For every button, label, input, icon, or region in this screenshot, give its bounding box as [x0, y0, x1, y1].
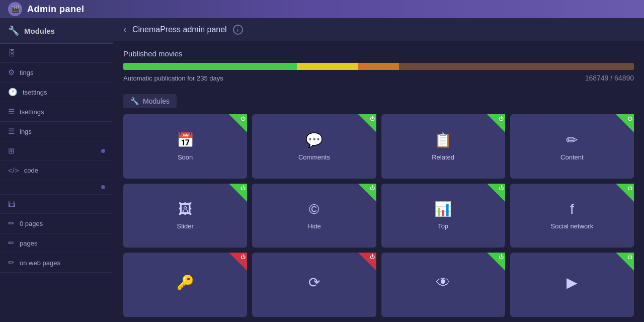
module-card-eye[interactable]: ⏻ 👁 [381, 253, 505, 317]
power-icon-related: ⏻ [499, 116, 504, 121]
sidebar-label-code: code [24, 167, 38, 174]
modules-tag: 🔧 Modules [123, 94, 177, 108]
admin-panel-title: CinemaPress admin panel [132, 25, 227, 34]
module-icon-comments: 💬 [305, 132, 323, 148]
sidebar-item-film[interactable]: 🎞 [0, 195, 113, 214]
module-card-key[interactable]: ⏻ 🔑 [123, 253, 247, 317]
sidebar-item-pages2[interactable]: ✏ pages [0, 233, 113, 253]
modules-header: 🔧 Modules [113, 90, 644, 112]
sidebar-label-web: on web pages [20, 259, 60, 267]
code-icon: </> [8, 166, 19, 175]
module-icon-soon: 📅 [177, 132, 194, 148]
app-title: Admin panel [27, 4, 85, 15]
power-icon-arrow: ⏻ [627, 254, 632, 260]
module-icon-hide: © [309, 201, 319, 217]
module-card-soon[interactable]: ⏻ 📅 Soon [123, 114, 247, 179]
module-icon-eye: 👁 [436, 274, 450, 291]
edit-icon-pages2: ✏ [8, 238, 15, 248]
module-card-top[interactable]: ⏻ 📊 Top [381, 184, 505, 248]
sidebar-header: 🔧 Modules [0, 18, 113, 44]
module-label-related: Related [432, 153, 454, 161]
auto-pub-text: Automatic publication for 235 days [123, 74, 223, 82]
module-label-comments: Comments [298, 153, 330, 161]
module-label-hide: Hide [307, 222, 321, 230]
database-icon: 🗄 [8, 49, 16, 57]
module-icon-content: ✏ [566, 132, 578, 148]
power-icon-history: ⏻ [370, 254, 375, 260]
module-card-comments[interactable]: ⏻ 💬 Comments [252, 114, 376, 179]
sidebar-item-time-settings[interactable]: 🕐 tsettings [0, 83, 113, 102]
module-card-arrow[interactable]: ⏻ ▶ [510, 253, 634, 317]
module-card-history[interactable]: ⏻ ⟳ [252, 253, 376, 317]
clock-icon: 🕐 [8, 88, 18, 97]
power-icon-eye: ⏻ [499, 254, 504, 260]
module-icon-related: 📋 [434, 132, 452, 148]
edit-icon-pages1: ✏ [8, 219, 15, 228]
sidebar-label-time: tsettings [23, 89, 47, 96]
modules-grid: ⏻ 📅 Soon ⏻ 💬 Comments ⏻ 📋 Related ⏻ ✏ Co… [113, 112, 644, 322]
film-icon: 🎞 [8, 200, 16, 208]
modules-wrench-icon: 🔧 [130, 97, 139, 105]
sidebar-item-pages1[interactable]: ✏ 0 pages [0, 214, 113, 233]
list-icon: ☰ [8, 107, 15, 116]
module-icon-history: ⟳ [308, 274, 320, 291]
progress-yellow [297, 63, 358, 70]
main-layout: 🔧 Modules 🗄 ⚙ tings 🕐 tsettings ☰ [0, 18, 644, 322]
module-card-slider[interactable]: ⏻ 🖼 Slider [123, 184, 247, 248]
sidebar-label-list: tsettings [20, 108, 44, 116]
module-card-related[interactable]: ⏻ 📋 Related [381, 114, 505, 179]
sidebar-title: Modules [24, 27, 55, 35]
module-label-soon: Soon [178, 153, 193, 161]
admin-header: ‹ CinemaPress admin panel i [113, 18, 644, 41]
sidebar-label-pages2: pages [20, 239, 37, 247]
sidebar-label-pages1: 0 pages [20, 220, 43, 227]
stats-section: Published movies Automatic publication f… [113, 41, 644, 90]
power-icon-top: ⏻ [499, 185, 504, 191]
module-label-top: Top [438, 222, 448, 230]
top-bar: 🎬 Admin panel [0, 0, 644, 18]
module-icon-arrow: ▶ [567, 274, 578, 291]
module-icon-top: 📊 [434, 201, 452, 217]
app-icon: 🎬 [8, 2, 22, 16]
back-button[interactable]: ‹ [123, 24, 126, 35]
sidebar-item-code[interactable]: </> code [0, 161, 113, 180]
sidebar-label-settings: tings [20, 69, 33, 76]
progress-dark [399, 63, 634, 70]
module-card-content[interactable]: ⏻ ✏ Content [510, 114, 634, 179]
progress-bar [123, 63, 634, 70]
sidebar: 🔧 Modules 🗄 ⚙ tings 🕐 tsettings ☰ [0, 18, 113, 322]
stats-separator: / [610, 74, 614, 82]
gear-icon: ⚙ [8, 68, 15, 77]
edit-icon-web: ✏ [8, 258, 15, 267]
module-icon-key: 🔑 [177, 274, 194, 291]
wrench-icon: 🔧 [8, 25, 19, 36]
module-icon-slider: 🖼 [178, 201, 192, 217]
module-label-slider: Slider [177, 222, 194, 230]
sidebar-item-dot1[interactable]: ⊞ [0, 141, 113, 161]
info-button[interactable]: i [233, 25, 243, 35]
sidebar-item-webpages[interactable]: ✏ on web pages [0, 253, 113, 273]
sidebar-label-ings: ings [20, 128, 32, 135]
module-label-content: Content [560, 153, 584, 161]
stats-title: Published movies [123, 49, 634, 58]
sidebar-item-list-settings[interactable]: ☰ tsettings [0, 102, 113, 122]
power-icon-slider: ⏻ [240, 185, 246, 191]
power-icon-hide: ⏻ [370, 185, 375, 191]
sidebar-item-settings[interactable]: ⚙ tings [0, 63, 113, 83]
module-icon-social-network: f [570, 201, 574, 217]
power-icon-content: ⏻ [627, 116, 632, 121]
dot-indicator2 [101, 185, 105, 189]
sidebar-item-dot2[interactable] [0, 180, 113, 195]
module-label-social-network: Social network [551, 222, 594, 230]
modules-tag-label: Modules [143, 97, 170, 105]
power-icon-soon: ⏻ [240, 116, 246, 121]
dot-indicator [101, 149, 105, 153]
module-card-social-network[interactable]: ⏻ f Social network [510, 184, 634, 248]
sidebar-item-ings[interactable]: ☰ ings [0, 122, 113, 141]
progress-orange [358, 63, 399, 70]
stats-numbers: 168749 / 64890 [585, 74, 634, 82]
sidebar-item-panel[interactable]: 🗄 [0, 44, 113, 63]
module-card-hide[interactable]: ⏻ © Hide [252, 184, 376, 248]
stats-bottom: Automatic publication for 235 days 16874… [123, 74, 634, 82]
content-area: ‹ CinemaPress admin panel i Published mo… [113, 18, 644, 322]
